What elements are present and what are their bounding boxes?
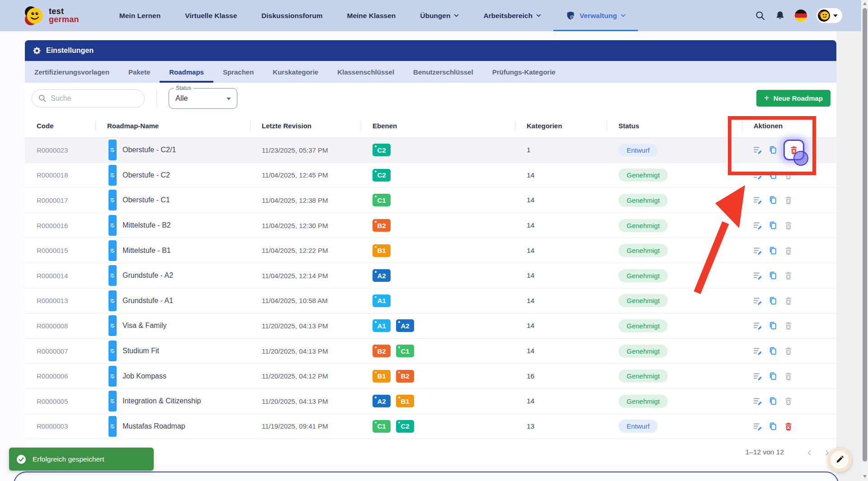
search-input[interactable] [51,94,132,103]
status-badge: Genehmigt [618,369,668,383]
user-menu[interactable] [816,8,842,23]
search-button[interactable] [755,10,765,21]
cell-actions [742,414,836,439]
nav-item-mein-lernen[interactable]: Mein Lernen [107,0,173,31]
copy-roadmap-button[interactable] [768,321,778,331]
delete-roadmap-button[interactable] [783,421,793,431]
cell-levels: B1 [361,238,515,263]
edit-icon [753,321,763,331]
roadmap-tag-icon [108,366,117,387]
edit-roadmap-button[interactable] [753,170,763,180]
edit-roadmap-button[interactable] [753,271,763,280]
edit-roadmap-button[interactable] [753,321,763,331]
check-circle-icon [16,454,27,465]
copy-icon [768,271,778,280]
cell-categories: 14 [515,163,607,188]
delete-roadmap-button[interactable] [783,246,793,256]
copy-roadmap-button[interactable] [768,145,778,155]
copy-roadmap-button[interactable] [768,220,778,230]
nav-item-virtuelle-klasse[interactable]: Virtuelle Klasse [173,0,249,31]
nav-item-bungen[interactable]: Übungen [408,0,471,31]
tab-roadmaps[interactable]: Roadmaps [160,61,213,83]
cell-actions [742,163,836,188]
delete-roadmap-button[interactable] [783,170,793,180]
tab-zertifizierungsvorlagen[interactable]: Zertifizierungsvorlagen [25,61,119,83]
copy-roadmap-button[interactable] [768,346,778,356]
cell-levels: B2C1 [361,339,515,364]
pagination-prev-button[interactable]: ‹ [807,446,811,458]
copy-roadmap-button[interactable] [768,371,778,381]
cell-categories: 14 [515,339,607,364]
status-select[interactable]: Status Alle [169,88,237,109]
level-badge-b1: B1 [396,395,414,407]
notifications-button[interactable] [775,10,785,21]
edit-roadmap-button[interactable] [753,346,763,356]
brand-line2: german [49,16,79,23]
edit-note-icon [110,348,115,354]
delete-roadmap-button[interactable] [783,296,793,306]
tab-pr-fungs-kategorie[interactable]: Prüfungs-Kategorie [483,61,565,83]
copy-icon [768,321,778,331]
cell-actions [742,364,836,388]
edit-roadmap-button[interactable] [753,296,763,306]
copy-roadmap-button[interactable] [768,296,778,306]
level-badge-c1: C1 [373,420,391,433]
table-row: R0000017Oberstufe - C111/04/2025, 12:38 … [25,188,836,213]
edit-roadmap-button[interactable] [753,195,763,205]
cell-levels: B2 [361,213,515,238]
edit-roadmap-button[interactable] [753,396,763,406]
tab-kurskategorie[interactable]: Kurskategorie [263,61,328,83]
nav-item-meine-klassen[interactable]: Meine Klassen [335,0,408,31]
edit-roadmap-button[interactable] [753,220,763,230]
delete-icon [783,371,793,381]
brand-logo[interactable]: test german [22,5,79,26]
language-flag-german[interactable] [795,9,807,22]
floating-edit-button[interactable] [827,448,852,472]
scrollbar-thumb[interactable] [863,8,867,462]
edit-note-icon [110,147,115,153]
delete-roadmap-button[interactable] [783,321,793,331]
bottom-panel [14,472,839,481]
scrollbar-down-arrow[interactable] [863,475,867,478]
roadmap-name-text: Oberstufe - C2/1 [123,146,176,154]
delete-roadmap-button[interactable] [783,195,793,205]
tab-pakete[interactable]: Pakete [119,61,160,83]
edit-roadmap-button[interactable] [753,145,763,155]
nav-item-arbeitsbereich[interactable]: Arbeitsbereich [471,0,553,31]
edit-roadmap-button[interactable] [753,246,763,256]
search-input-wrapper[interactable] [32,89,145,107]
status-badge: Genehmigt [618,194,668,207]
copy-roadmap-button[interactable] [768,421,778,431]
delete-roadmap-button[interactable] [783,220,793,230]
scrollbar-up-arrow[interactable] [863,2,867,5]
delete-roadmap-button[interactable] [783,371,793,381]
level-badge-a2: A2 [373,269,391,282]
copy-roadmap-button[interactable] [768,271,778,280]
cell-categories: 14 [515,389,607,414]
copy-roadmap-button[interactable] [768,246,778,256]
nav-item-diskussionsforum[interactable]: Diskussionsforum [249,0,335,31]
delete-roadmap-button[interactable] [783,346,793,356]
copy-roadmap-button[interactable] [768,195,778,205]
edit-note-icon [110,298,115,304]
nav-item-verwaltung[interactable]: Verwaltung [553,0,638,31]
page-scrollbar[interactable] [861,0,868,481]
edit-roadmap-button[interactable] [753,371,763,381]
toast-message: Erfolgreich gespeichert [33,455,104,463]
tab-sprachen[interactable]: Sprachen [213,61,263,83]
status-badge: Genehmigt [618,345,668,358]
delete-roadmap-button[interactable] [783,396,793,406]
copy-roadmap-button[interactable] [768,396,778,406]
edit-roadmap-button[interactable] [753,421,763,431]
roadmap-name-text: Oberstufe - C2 [123,171,170,179]
delete-roadmap-button[interactable] [783,271,793,280]
cell-status: Genehmigt [607,213,742,238]
nav-item-label: Virtuelle Klasse [185,12,237,20]
copy-roadmap-button[interactable] [768,170,778,180]
new-roadmap-button[interactable]: + Neue Roadmap [756,90,830,107]
cell-code: R0000023 [25,138,95,163]
tab-benutzerschl-ssel[interactable]: Benutzerschlüssel [404,61,483,83]
tab-klassenschl-ssel[interactable]: Klassenschlüssel [328,61,404,83]
edit-icon [753,296,763,306]
table-row: R0000023Oberstufe - C2/111/23/2025, 05:3… [25,138,836,163]
